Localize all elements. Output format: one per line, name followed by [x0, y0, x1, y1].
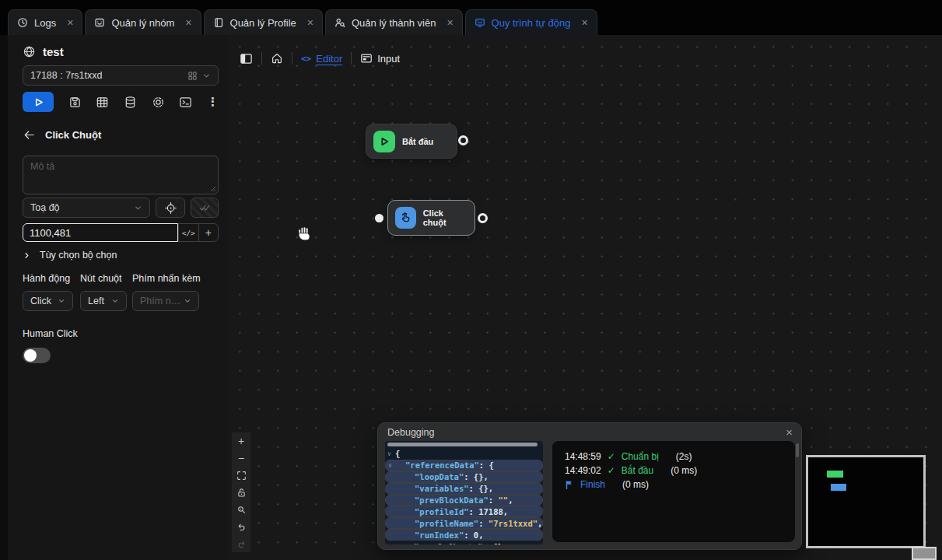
log-duration: (0 ms): [671, 465, 697, 476]
profile-select[interactable]: 17188 : 7rs1txxd: [23, 65, 219, 86]
chevron-down-icon: [184, 297, 191, 305]
run-button[interactable]: [23, 92, 54, 112]
input-mode-tab[interactable]: Input: [360, 52, 400, 65]
code-brackets-icon: <>: [301, 54, 311, 64]
workflow-title-row: test: [23, 45, 64, 58]
selector-options-toggle[interactable]: Tùy chọn bộ chọn: [23, 250, 117, 261]
tab-4[interactable]: Quy trình tự động×: [465, 9, 597, 35]
unlock-icon: [236, 488, 247, 498]
lock-button[interactable]: [232, 484, 250, 501]
add-coordinate-button[interactable]: +: [198, 224, 219, 241]
tab-label: Quản lý nhóm: [111, 17, 174, 29]
workflow-canvas[interactable]: <> Editor Input Bắt đầu Click chuột: [228, 35, 942, 560]
log-time: 14:49:02: [565, 465, 601, 476]
panel-scrollbar-thumb[interactable]: [796, 443, 799, 457]
log-duration: (2s): [676, 451, 692, 462]
arrow-left-icon: [23, 128, 36, 142]
zoom-in-button[interactable]: +: [232, 432, 250, 450]
terminal-button[interactable]: [179, 96, 192, 109]
close-icon[interactable]: ×: [307, 17, 313, 28]
tab-3[interactable]: Quản lý thành viên×: [325, 9, 463, 35]
globe-icon: [23, 45, 36, 58]
log-status: Finish: [580, 479, 605, 490]
node-click-input-handle[interactable]: [375, 214, 383, 222]
selector-type-value: Toạ độ: [30, 202, 60, 213]
minimap-viewport[interactable]: [912, 547, 937, 560]
save-icon: [68, 96, 82, 109]
debug-code[interactable]: ∨{∨"referenceData": {"loopData": {},"var…: [385, 441, 543, 544]
save-button[interactable]: [68, 96, 82, 109]
panel-toggle-button[interactable]: [240, 52, 253, 65]
tab-2[interactable]: Quản lý Profile×: [204, 9, 323, 35]
editor-mode-tab[interactable]: <> Editor: [301, 53, 342, 65]
flag-icon: [565, 480, 574, 490]
sidebar: test 17188 : 7rs1txxd ⋮: [0, 35, 228, 560]
tab-label: Quy trình tự động: [492, 17, 571, 29]
check-icon: ✓: [608, 465, 615, 476]
code-line: "profileName": "7rs1txxd",: [385, 517, 543, 529]
node-start[interactable]: Bắt đầu: [366, 124, 457, 159]
collapse-caret-icon[interactable]: ∨: [388, 462, 396, 469]
close-icon[interactable]: ×: [67, 17, 73, 28]
action-select[interactable]: Click: [23, 291, 73, 311]
search-nodes-button[interactable]: [232, 501, 250, 518]
tab-label: Quản lý Profile: [230, 17, 296, 29]
scrollbar-thumb[interactable]: [387, 443, 538, 446]
resize-handle-icon[interactable]: [210, 186, 216, 192]
history-icon: [17, 17, 28, 28]
pick-coordinate-button[interactable]: [156, 198, 185, 218]
action-label: Hành động: [23, 273, 70, 284]
tab-0[interactable]: Logs×: [8, 9, 82, 35]
tab-1[interactable]: Quản lý nhóm×: [85, 9, 201, 35]
table-button[interactable]: [96, 96, 109, 109]
node-click-output-handle[interactable]: [478, 213, 488, 223]
debug-panel: Debugging × ∨{∨"referenceData": {"loopDa…: [377, 422, 802, 550]
human-click-toggle[interactable]: [23, 348, 51, 363]
minimap[interactable]: [806, 455, 926, 548]
profile-icon: [213, 17, 224, 28]
mouse-button-select[interactable]: Left: [80, 291, 127, 311]
verify-selector-button[interactable]: [191, 198, 219, 218]
back-button[interactable]: [23, 128, 36, 142]
home-button[interactable]: [271, 52, 283, 65]
workflow-title: test: [43, 45, 64, 58]
app-window: Logs×Quản lý nhóm×Quản lý Profile×Quản l…: [0, 0, 942, 560]
tab-label: Quản lý thành viên: [352, 17, 436, 29]
click-node-icon: [395, 207, 416, 229]
description-field-wrap: [23, 156, 219, 194]
coordinate-input[interactable]: [23, 223, 178, 242]
redo-button[interactable]: [232, 535, 250, 552]
database-button[interactable]: [124, 96, 137, 109]
node-label: Click chuột: [423, 208, 467, 227]
node-label: Bắt đầu: [402, 137, 433, 146]
modifier-select[interactable]: Phím nhấn ...: [132, 291, 199, 311]
collapse-caret-icon[interactable]: ∨: [387, 450, 395, 457]
more-button[interactable]: ⋮: [207, 95, 219, 109]
crosshair-icon: [164, 201, 177, 215]
double-check-icon: [198, 201, 211, 214]
form-icon: [360, 52, 373, 65]
node-click[interactable]: Click chuột: [387, 200, 475, 236]
log-row: Finish(0 ms): [565, 478, 795, 492]
code-line: ∨"referenceData": {: [385, 460, 543, 471]
start-node-icon: [373, 131, 395, 152]
settings-button[interactable]: [152, 96, 165, 109]
close-icon[interactable]: ×: [582, 17, 588, 28]
description-textarea[interactable]: [23, 156, 219, 194]
log-status: Bắt đầu: [622, 465, 653, 476]
undo-button[interactable]: [232, 518, 250, 535]
fit-view-button[interactable]: [232, 467, 250, 484]
close-icon[interactable]: ×: [786, 425, 793, 439]
node-start-output-handle[interactable]: [458, 135, 468, 145]
modifier-label: Phím nhấn kèm: [132, 273, 201, 284]
expression-button[interactable]: </>: [179, 224, 198, 241]
selector-type-select[interactable]: Toạ độ: [23, 198, 150, 218]
zoom-out-button[interactable]: −: [232, 450, 250, 467]
undo-icon: [236, 522, 247, 532]
play-icon: [33, 97, 44, 107]
group-icon: [94, 17, 105, 28]
sidebar-panel-icon: [240, 52, 253, 65]
close-icon[interactable]: ×: [446, 17, 453, 28]
close-icon[interactable]: ×: [185, 17, 191, 28]
human-click-label: Human Click: [23, 328, 78, 339]
